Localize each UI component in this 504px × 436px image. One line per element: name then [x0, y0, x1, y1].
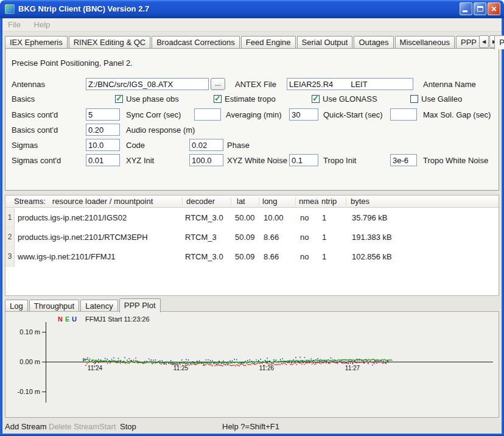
help-shortcut-label: Help ?=Shift+F1	[222, 422, 279, 431]
row-number: 2	[5, 228, 15, 247]
tab-latency[interactable]: Latency	[80, 300, 118, 312]
start-button[interactable]: Start	[99, 422, 116, 431]
sigma-phase-input[interactable]	[189, 139, 223, 151]
minimize-button[interactable]	[460, 2, 472, 15]
close-button[interactable]: ✕	[488, 2, 500, 15]
cell-mountpoint: products.igs-ip.net:2101/IGS02	[18, 208, 127, 228]
tab-feed-engine[interactable]: Feed Engine	[241, 36, 296, 49]
cell-lat: 50.09	[235, 228, 255, 247]
audio-response-input[interactable]	[86, 124, 120, 136]
use-phase-obs-label: Use phase obs	[126, 94, 179, 104]
tab-log[interactable]: Log	[5, 300, 28, 312]
add-stream-button[interactable]: Add Stream	[5, 422, 47, 431]
tropo-init-label: Tropo Init	[323, 156, 356, 165]
row-number: 3	[5, 247, 15, 267]
column-separator	[317, 197, 317, 206]
basics-label: Basics	[12, 94, 35, 104]
sigma-code-input[interactable]	[86, 139, 120, 151]
cell-ntrip: 1	[322, 247, 326, 267]
tab-ppp-2[interactable]: PPP (2)	[494, 35, 504, 49]
titlebar[interactable]: BKG Ntrip Client (BNC) Version 2.7 ✕	[0, 0, 504, 18]
antex-file-label: ANTEX File	[235, 80, 276, 89]
antex-path-input[interactable]	[86, 78, 209, 90]
stream-row[interactable]: 3 www.igs-ip.net:2101/FFMJ1 RTCM_3.0 50.…	[5, 247, 499, 267]
use-glonass-label: Use GLONASS	[323, 94, 377, 104]
antenna-name-input[interactable]	[287, 78, 413, 90]
x-tick-label: 11:27	[345, 365, 360, 371]
main-tabbar: IEX Ephemeris RINEX Editing & QC Broadca…	[5, 35, 504, 49]
tab-scroll-left-button[interactable]: ◀	[479, 35, 489, 48]
cell-decoder: RTCM_3	[185, 228, 217, 247]
streams-table-header: Streams: resource loader / mountpoint de…	[5, 195, 499, 208]
column-separator	[182, 197, 183, 206]
cell-bytes: 102.856 kB	[352, 247, 392, 267]
cell-bytes: 35.796 kB	[352, 208, 388, 228]
window-border-right	[502, 17, 504, 436]
sync-corr-label: Sync Corr (sec)	[126, 110, 181, 119]
max-sol-gap-input[interactable]	[390, 108, 417, 121]
y-tick-label: 0.00 m	[19, 358, 40, 365]
cell-bytes: 191.383 kB	[352, 228, 392, 247]
tab-ppp-plot[interactable]: PPP Plot	[119, 298, 161, 312]
row-number: 1	[5, 208, 15, 228]
minimize-icon	[463, 10, 467, 12]
xyz-white-noise-input[interactable]	[189, 154, 223, 166]
antennas-label: Antennas	[12, 80, 45, 89]
tab-rinex-editing-qc[interactable]: RINEX Editing & QC	[69, 36, 151, 49]
antex-browse-button[interactable]: ...	[211, 78, 225, 90]
xyz-init-label: XYZ Init	[126, 156, 154, 165]
maximize-button[interactable]	[474, 2, 486, 15]
tropo-white-noise-input[interactable]	[390, 154, 417, 166]
averaging-input[interactable]	[194, 108, 221, 121]
app-window: BKG Ntrip Client (BNC) Version 2.7 ✕ Fil…	[0, 0, 504, 436]
stream-row[interactable]: 2 products.igs-ip.net:2101/RTCM3EPH RTCM…	[5, 228, 499, 247]
tab-broadcast-corrections[interactable]: Broadcast Corrections	[152, 36, 240, 49]
tab-throughput[interactable]: Throughput	[29, 300, 80, 312]
audio-response-label: Audio response (m)	[126, 125, 195, 135]
menu-help[interactable]: Help	[29, 18, 56, 31]
maximize-icon	[477, 6, 483, 12]
estimate-tropo-checkbox[interactable]	[214, 95, 222, 103]
delete-stream-button[interactable]: Delete Stream	[49, 422, 99, 431]
bottom-toolbar: Add Stream Delete Stream Start Stop Help…	[5, 420, 499, 434]
tab-rinex-ephemeris[interactable]: IEX Ephemeris	[5, 36, 68, 49]
estimate-tropo-label: Estimate tropo	[225, 94, 276, 104]
ppp-plot-panel: N E U FFMJ1 Start 11:23:26 0.10 m 0.00 m…	[5, 311, 499, 418]
ppp2-panel: Precise Point Positioning, Panel 2. Ante…	[5, 48, 499, 191]
stream-row[interactable]: 1 products.igs-ip.net:2101/IGS02 RTCM_3.…	[5, 208, 499, 228]
xyz-init-input[interactable]	[86, 154, 120, 166]
cell-decoder: RTCM_3.0	[185, 208, 223, 228]
cell-nmea: no	[300, 208, 309, 228]
column-separator	[231, 197, 231, 206]
cell-long: 8.66	[264, 247, 279, 267]
cell-lat: 50.00	[235, 208, 255, 228]
averaging-label: Averaging (min)	[226, 110, 282, 119]
col-header-ntrip: ntrip	[321, 197, 337, 206]
cell-long: 10.00	[264, 208, 284, 228]
tropo-init-input[interactable]	[289, 154, 318, 166]
col-header-nmea: nmea	[299, 197, 319, 206]
sigmas-contd-label: Sigmas cont'd	[12, 156, 61, 165]
max-sol-gap-label: Max Sol. Gap (sec)	[423, 110, 491, 119]
window-controls: ✕	[460, 2, 500, 15]
col-header-bytes: bytes	[351, 197, 369, 206]
stop-button[interactable]: Stop	[120, 422, 136, 431]
tab-outages[interactable]: Outages	[354, 36, 393, 49]
sync-corr-input[interactable]	[86, 108, 120, 121]
col-header-decoder: decoder	[186, 197, 215, 206]
sigmas-label: Sigmas	[12, 141, 38, 150]
tab-miscellaneous[interactable]: Miscellaneous	[395, 36, 455, 49]
use-phase-obs-checkbox[interactable]	[115, 95, 123, 103]
menu-file[interactable]: File	[2, 18, 26, 31]
sigma-code-label: Code	[126, 141, 145, 150]
quick-start-input[interactable]	[289, 108, 318, 121]
cell-lat: 50.09	[235, 247, 255, 267]
use-galileo-checkbox[interactable]	[410, 95, 418, 103]
quick-start-label: Quick-Start (sec)	[323, 110, 383, 119]
window-border-left	[0, 17, 2, 436]
use-glonass-checkbox[interactable]	[312, 95, 320, 103]
antenna-name-label: Antenna Name	[423, 80, 476, 89]
tab-serial-output[interactable]: Serial Output	[297, 36, 353, 49]
window-border-bottom	[0, 434, 504, 436]
cell-long: 8.66	[264, 228, 279, 247]
